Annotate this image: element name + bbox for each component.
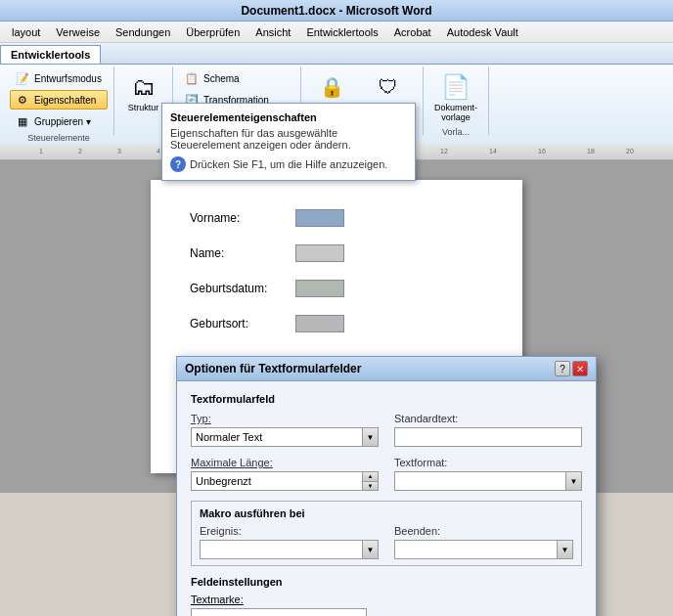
form-row-geburtsdatum: Geburtsdatum: xyxy=(190,280,483,297)
dokument-vorlage-button[interactable]: 📄 Dokument- vorlage xyxy=(429,68,482,125)
makro-section: Makro ausführen bei Ereignis: ▼ Beenden: xyxy=(191,501,582,566)
col-typ: Typ: Normaler Text ▼ xyxy=(191,413,379,447)
textformat-dropdown-btn[interactable]: ▼ xyxy=(565,472,581,490)
ribbon-group-vorlagen: 📄 Dokument- vorlage Vorla... xyxy=(424,66,489,135)
tooltip-popup: Steuerelementeigenschaften Eigenschaften… xyxy=(161,103,416,181)
beenden-dropdown-btn[interactable]: ▼ xyxy=(557,541,572,558)
bearbeitung-icon: 🛡 xyxy=(373,71,404,103)
tooltip-f1-text: Drücken Sie F1, um die Hilfe anzuzeigen. xyxy=(190,158,387,170)
input-standardtext[interactable] xyxy=(394,427,582,447)
menu-autodesk[interactable]: Autodesk Vault xyxy=(439,24,526,40)
menu-bar: layout Verweise Sendungen Überprüfen Ans… xyxy=(0,22,673,43)
ribbon-tabs: Entwicklertools xyxy=(0,43,673,65)
spinner-maximalelaenge[interactable]: Unbegrenzt ▲ ▼ xyxy=(191,471,379,491)
col-textformat: Textformat: ▼ xyxy=(394,457,582,491)
form-row-vorname: Vorname: xyxy=(190,209,483,227)
field-geburtsort[interactable] xyxy=(295,315,344,332)
schema-button[interactable]: 📋 Schema xyxy=(179,68,294,88)
field-geburtsdatum[interactable] xyxy=(295,280,344,297)
ereignis-dropdown-btn[interactable]: ▼ xyxy=(362,541,378,558)
label-typ[interactable]: Typ: xyxy=(191,413,379,424)
form-row-name: Name: xyxy=(190,244,483,262)
select-ereignis[interactable]: ▼ xyxy=(200,540,379,559)
col-standardtext: Standardtext: xyxy=(394,413,582,447)
dialog-close-button[interactable]: ✕ xyxy=(572,361,588,376)
schema-icon: 📋 xyxy=(184,70,200,86)
spinner-down[interactable]: ▼ xyxy=(363,482,378,491)
tab-entwicklertools[interactable]: Entwicklertools xyxy=(0,45,101,64)
label-textformat: Textformat: xyxy=(394,457,582,468)
dokument-vorlage-icon: 📄 xyxy=(440,71,471,103)
menu-layout[interactable]: layout xyxy=(4,24,48,40)
dialog-title: Optionen für Textformularfelder xyxy=(185,362,361,375)
vorlagen-label: Vorla... xyxy=(442,127,470,137)
steuerelemente-content: 📝 Entwurfsmodus ⚙ Eigenschaften ▦ Gruppi… xyxy=(10,68,108,131)
typ-dropdown-btn[interactable]: ▼ xyxy=(362,428,378,446)
vorlagen-content: 📄 Dokument- vorlage xyxy=(429,68,482,125)
form-row-geburtsort: Geburtsort: xyxy=(190,315,483,332)
ribbon-group-steuerelemente: 📝 Entwurfsmodus ⚙ Eigenschaften ▦ Gruppi… xyxy=(4,66,114,135)
col-maximalelaenge: Maximale Länge: Unbegrenzt ▲ ▼ xyxy=(191,457,379,491)
typ-value: Normaler Text xyxy=(192,431,362,443)
document-area: Vorname: Name: Geburtsdatum: Geburtsort:… xyxy=(0,160,673,493)
row-laenge-format: Maximale Länge: Unbegrenzt ▲ ▼ Textforma… xyxy=(191,457,582,491)
feldeinstellungen-title: Feldeinstellungen xyxy=(191,576,582,588)
entwurfsmodus-button[interactable]: 📝 Entwurfsmodus xyxy=(10,68,108,88)
label-geburtsdatum: Geburtsdatum: xyxy=(190,282,288,295)
struktur-button[interactable]: 🗂 Struktur xyxy=(123,68,164,115)
textmarke-label[interactable]: Textmarke: xyxy=(191,594,582,605)
gruppieren-button[interactable]: ▦ Gruppieren ▾ xyxy=(10,111,108,131)
dialog-help-button[interactable]: ? xyxy=(555,361,570,376)
menu-acrobat[interactable]: Acrobat xyxy=(386,24,439,40)
tooltip-help: ? Drücken Sie F1, um die Hilfe anzuzeige… xyxy=(170,156,407,172)
eigenschaften-button[interactable]: ⚙ Eigenschaften xyxy=(10,90,108,110)
menu-ueberpruefen[interactable]: Überprüfen xyxy=(178,24,247,40)
help-icon: ? xyxy=(170,156,186,172)
feldeinstellungen-section: Feldeinstellungen Textmarke: ✓ Eingabe z… xyxy=(191,576,582,616)
menu-ansicht[interactable]: Ansicht xyxy=(247,24,298,40)
section-textformularfeld: Textformularfeld xyxy=(191,393,582,405)
makro-row: Ereignis: ▼ Beenden: ▼ xyxy=(200,525,573,559)
menu-verweise[interactable]: Verweise xyxy=(48,24,108,40)
menu-sendungen[interactable]: Sendungen xyxy=(108,24,178,40)
label-beenden: Beenden: xyxy=(394,525,573,537)
eigenschaften-icon: ⚙ xyxy=(15,92,30,108)
gruppieren-icon: ▦ xyxy=(15,113,30,129)
tooltip-description: Eigenschaften für das ausgewählteSteuere… xyxy=(170,127,407,151)
label-name: Name: xyxy=(190,246,288,260)
label-maximalelaenge[interactable]: Maximale Länge: xyxy=(191,457,379,468)
makro-title: Makro ausführen bei xyxy=(200,507,573,519)
title-bar: Document1.docx - Microsoft Word xyxy=(0,0,673,22)
dialog-body: Textformularfeld Typ: Normaler Text ▼ St… xyxy=(177,381,596,616)
label-vorname: Vorname: xyxy=(190,211,288,225)
struktur-icon: 🗂 xyxy=(128,71,159,103)
field-vorname[interactable] xyxy=(295,209,344,227)
label-geburtsort: Geburtsort: xyxy=(190,317,288,330)
label-ereignis: Ereignis: xyxy=(200,525,379,537)
field-name[interactable] xyxy=(295,244,344,262)
tooltip-title: Steuerelementeigenschaften xyxy=(170,111,407,123)
spinner-btns: ▲ ▼ xyxy=(362,472,378,490)
input-textmarke[interactable] xyxy=(191,608,367,616)
entwurfsmodus-icon: 📝 xyxy=(15,70,30,86)
label-standardtext: Standardtext: xyxy=(394,413,582,424)
select-textformat[interactable]: ▼ xyxy=(394,471,582,491)
title-text: Document1.docx - Microsoft Word xyxy=(241,4,431,18)
dialog-textformularfelder: Optionen für Textformularfelder ? ✕ Text… xyxy=(176,356,597,616)
menu-entwicklertools[interactable]: Entwicklertools xyxy=(298,24,385,40)
select-typ[interactable]: Normaler Text ▼ xyxy=(191,427,379,447)
autoren-icon: 🔒 xyxy=(317,71,348,103)
maximalelaenge-value: Unbegrenzt xyxy=(192,475,362,487)
steuerelemente-label: Steuerelemente xyxy=(27,133,90,143)
dialog-controls: ? ✕ xyxy=(555,361,588,376)
col-ereignis: Ereignis: ▼ xyxy=(200,525,379,559)
spinner-up[interactable]: ▲ xyxy=(363,472,378,482)
row-typ-standardtext: Typ: Normaler Text ▼ Standardtext: xyxy=(191,413,582,447)
dialog-title-bar: Optionen für Textformularfelder ? ✕ xyxy=(177,357,596,381)
col-beenden: Beenden: ▼ xyxy=(394,525,573,559)
struktur-content: 🗂 Struktur xyxy=(123,68,164,131)
select-beenden[interactable]: ▼ xyxy=(394,540,573,559)
